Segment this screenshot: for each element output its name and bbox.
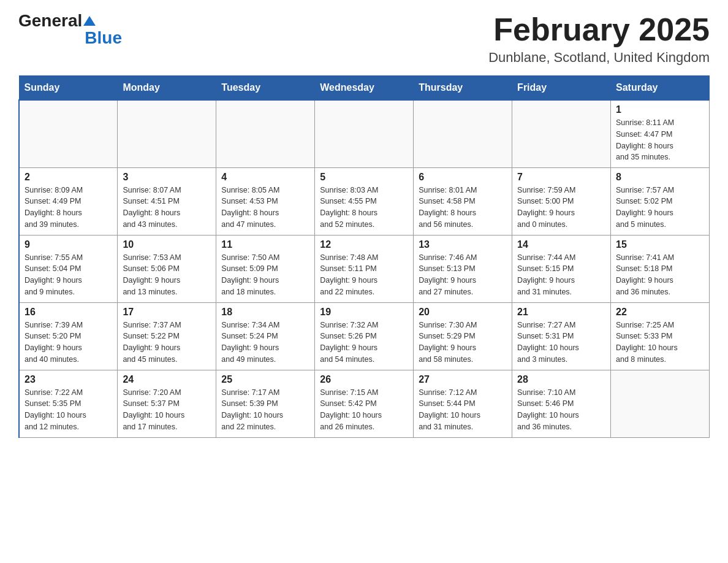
logo-blue-text: Blue <box>85 29 122 47</box>
table-row <box>19 100 118 167</box>
table-row: 19Sunrise: 7:32 AM Sunset: 5:26 PM Dayli… <box>315 302 414 370</box>
table-row: 10Sunrise: 7:53 AM Sunset: 5:06 PM Dayli… <box>118 235 216 302</box>
day-info: Sunrise: 7:27 AM Sunset: 5:31 PM Dayligh… <box>517 320 605 366</box>
day-number: 25 <box>221 374 309 385</box>
table-row <box>512 100 611 167</box>
day-info: Sunrise: 7:39 AM Sunset: 5:20 PM Dayligh… <box>25 320 112 366</box>
day-number: 2 <box>25 172 112 183</box>
table-row: 17Sunrise: 7:37 AM Sunset: 5:22 PM Dayli… <box>118 302 216 370</box>
col-friday: Friday <box>512 76 611 101</box>
day-info: Sunrise: 7:12 AM Sunset: 5:44 PM Dayligh… <box>419 387 507 433</box>
day-info: Sunrise: 7:50 AM Sunset: 5:09 PM Dayligh… <box>221 252 309 298</box>
day-info: Sunrise: 7:44 AM Sunset: 5:15 PM Dayligh… <box>517 252 605 298</box>
day-number: 7 <box>517 172 605 183</box>
day-number: 6 <box>419 172 507 183</box>
table-row: 27Sunrise: 7:12 AM Sunset: 5:44 PM Dayli… <box>414 370 512 437</box>
table-row: 7Sunrise: 7:59 AM Sunset: 5:00 PM Daylig… <box>512 167 611 235</box>
logo: General General Blue <box>18 12 122 47</box>
day-info: Sunrise: 7:41 AM Sunset: 5:18 PM Dayligh… <box>616 252 704 298</box>
day-info: Sunrise: 8:07 AM Sunset: 4:51 PM Dayligh… <box>123 185 211 231</box>
day-number: 13 <box>419 239 507 250</box>
day-info: Sunrise: 8:01 AM Sunset: 4:58 PM Dayligh… <box>419 185 507 231</box>
day-number: 4 <box>221 172 309 183</box>
day-number: 5 <box>320 172 408 183</box>
month-title: February 2025 <box>488 12 710 47</box>
day-number: 18 <box>221 307 309 318</box>
table-row: 6Sunrise: 8:01 AM Sunset: 4:58 PM Daylig… <box>414 167 512 235</box>
table-row: 28Sunrise: 7:10 AM Sunset: 5:46 PM Dayli… <box>512 370 611 437</box>
table-row: 11Sunrise: 7:50 AM Sunset: 5:09 PM Dayli… <box>216 235 315 302</box>
calendar-week-row: 9Sunrise: 7:55 AM Sunset: 5:04 PM Daylig… <box>19 235 710 302</box>
day-info: Sunrise: 7:53 AM Sunset: 5:06 PM Dayligh… <box>123 252 211 298</box>
table-row: 16Sunrise: 7:39 AM Sunset: 5:20 PM Dayli… <box>19 302 118 370</box>
day-number: 14 <box>517 239 605 250</box>
table-row: 13Sunrise: 7:46 AM Sunset: 5:13 PM Dayli… <box>414 235 512 302</box>
day-number: 28 <box>517 374 605 385</box>
table-row <box>216 100 315 167</box>
table-row <box>414 100 512 167</box>
table-row: 3Sunrise: 8:07 AM Sunset: 4:51 PM Daylig… <box>118 167 216 235</box>
day-info: Sunrise: 8:05 AM Sunset: 4:53 PM Dayligh… <box>221 185 309 231</box>
day-info: Sunrise: 7:57 AM Sunset: 5:02 PM Dayligh… <box>616 185 704 231</box>
calendar-header-row: Sunday Monday Tuesday Wednesday Thursday… <box>19 76 710 101</box>
col-tuesday: Tuesday <box>216 76 315 101</box>
calendar-table: Sunday Monday Tuesday Wednesday Thursday… <box>18 75 710 438</box>
day-info: Sunrise: 7:25 AM Sunset: 5:33 PM Dayligh… <box>616 320 704 366</box>
table-row: 25Sunrise: 7:17 AM Sunset: 5:39 PM Dayli… <box>216 370 315 437</box>
day-info: Sunrise: 7:10 AM Sunset: 5:46 PM Dayligh… <box>517 387 605 433</box>
col-sunday: Sunday <box>19 76 118 101</box>
day-number: 20 <box>419 307 507 318</box>
day-info: Sunrise: 7:48 AM Sunset: 5:11 PM Dayligh… <box>320 252 408 298</box>
day-info: Sunrise: 7:37 AM Sunset: 5:22 PM Dayligh… <box>123 320 211 366</box>
day-number: 15 <box>616 239 704 250</box>
day-number: 16 <box>25 307 112 318</box>
day-info: Sunrise: 7:15 AM Sunset: 5:42 PM Dayligh… <box>320 387 408 433</box>
logo-triangle-icon <box>83 15 96 27</box>
day-info: Sunrise: 7:17 AM Sunset: 5:39 PM Dayligh… <box>221 387 309 433</box>
day-number: 3 <box>123 172 211 183</box>
day-number: 19 <box>320 307 408 318</box>
day-info: Sunrise: 7:46 AM Sunset: 5:13 PM Dayligh… <box>419 252 507 298</box>
page-header: General General Blue February 2025 Dunbl… <box>18 12 710 66</box>
day-number: 21 <box>517 307 605 318</box>
table-row: 22Sunrise: 7:25 AM Sunset: 5:33 PM Dayli… <box>611 302 710 370</box>
day-info: Sunrise: 7:32 AM Sunset: 5:26 PM Dayligh… <box>320 320 408 366</box>
calendar-week-row: 2Sunrise: 8:09 AM Sunset: 4:49 PM Daylig… <box>19 167 710 235</box>
table-row <box>315 100 414 167</box>
table-row: 24Sunrise: 7:20 AM Sunset: 5:37 PM Dayli… <box>118 370 216 437</box>
table-row: 15Sunrise: 7:41 AM Sunset: 5:18 PM Dayli… <box>611 235 710 302</box>
day-number: 10 <box>123 239 211 250</box>
table-row: 5Sunrise: 8:03 AM Sunset: 4:55 PM Daylig… <box>315 167 414 235</box>
table-row: 20Sunrise: 7:30 AM Sunset: 5:29 PM Dayli… <box>414 302 512 370</box>
svg-marker-0 <box>83 16 96 26</box>
col-thursday: Thursday <box>414 76 512 101</box>
col-monday: Monday <box>118 76 216 101</box>
day-number: 22 <box>616 307 704 318</box>
day-info: Sunrise: 7:59 AM Sunset: 5:00 PM Dayligh… <box>517 185 605 231</box>
table-row: 9Sunrise: 7:55 AM Sunset: 5:04 PM Daylig… <box>19 235 118 302</box>
table-row: 23Sunrise: 7:22 AM Sunset: 5:35 PM Dayli… <box>19 370 118 437</box>
col-saturday: Saturday <box>611 76 710 101</box>
day-info: Sunrise: 7:22 AM Sunset: 5:35 PM Dayligh… <box>25 387 112 433</box>
day-info: Sunrise: 7:34 AM Sunset: 5:24 PM Dayligh… <box>221 320 309 366</box>
location-subtitle: Dunblane, Scotland, United Kingdom <box>488 50 710 66</box>
day-number: 11 <box>221 239 309 250</box>
day-number: 12 <box>320 239 408 250</box>
day-info: Sunrise: 7:20 AM Sunset: 5:37 PM Dayligh… <box>123 387 211 433</box>
table-row: 1Sunrise: 8:11 AM Sunset: 4:47 PM Daylig… <box>611 100 710 167</box>
logo-general-text: General <box>18 12 82 29</box>
title-block: February 2025 Dunblane, Scotland, United… <box>488 12 710 66</box>
day-info: Sunrise: 7:30 AM Sunset: 5:29 PM Dayligh… <box>419 320 507 366</box>
day-number: 1 <box>616 104 704 115</box>
day-info: Sunrise: 8:09 AM Sunset: 4:49 PM Dayligh… <box>25 185 112 231</box>
day-number: 8 <box>616 172 704 183</box>
table-row: 21Sunrise: 7:27 AM Sunset: 5:31 PM Dayli… <box>512 302 611 370</box>
table-row: 8Sunrise: 7:57 AM Sunset: 5:02 PM Daylig… <box>611 167 710 235</box>
day-number: 23 <box>25 374 112 385</box>
day-number: 27 <box>419 374 507 385</box>
day-number: 24 <box>123 374 211 385</box>
table-row: 4Sunrise: 8:05 AM Sunset: 4:53 PM Daylig… <box>216 167 315 235</box>
calendar-week-row: 16Sunrise: 7:39 AM Sunset: 5:20 PM Dayli… <box>19 302 710 370</box>
col-wednesday: Wednesday <box>315 76 414 101</box>
day-number: 17 <box>123 307 211 318</box>
